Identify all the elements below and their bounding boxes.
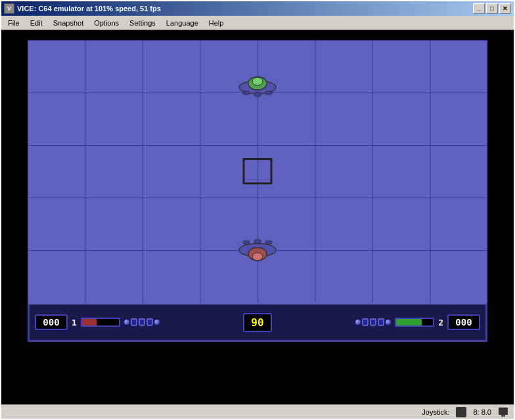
svg-rect-13 [501, 415, 505, 417]
player1-health-fill [82, 319, 97, 326]
joystick-label: Joystick: [422, 408, 449, 416]
shield-5 [370, 318, 376, 326]
svg-rect-4 [265, 91, 272, 94]
player2-health-bar [395, 318, 434, 327]
joystick-icon [456, 407, 466, 417]
game-area [28, 40, 487, 303]
player1-score: 000 [35, 314, 68, 330]
shield-4 [362, 318, 369, 326]
shield-2 [139, 318, 145, 326]
window-title: VICE: C64 emulator at 101% speed, 51 fps [17, 5, 161, 12]
orb-2 [154, 320, 160, 325]
player2-num: 2 [438, 318, 443, 327]
hud-player1: 000 1 [35, 314, 160, 330]
game-screen: 000 1 90 [28, 40, 487, 355]
hud-bar: 000 1 90 [28, 303, 487, 342]
menu-options[interactable]: Options [89, 18, 124, 28]
svg-point-11 [252, 253, 263, 261]
shield-3 [146, 318, 153, 326]
player2-shields [355, 318, 391, 326]
menu-language[interactable]: Language [161, 18, 204, 28]
menu-file[interactable]: File [3, 18, 25, 28]
orb-3 [355, 320, 361, 325]
titlebar-controls: _ □ ✕ [473, 3, 511, 14]
svg-point-2 [252, 77, 263, 85]
content-area: 000 1 90 [1, 30, 514, 404]
player2-score: 000 [447, 314, 480, 330]
menu-help[interactable]: Help [204, 18, 229, 28]
titlebar: V VICE: C64 emulator at 101% speed, 51 f… [1, 1, 514, 16]
player2-health-fill [396, 319, 422, 326]
menubar: File Edit Snapshot Options Settings Lang… [1, 16, 514, 30]
shield-6 [378, 318, 384, 326]
menu-settings[interactable]: Settings [124, 18, 161, 28]
monitor-icon [498, 407, 508, 417]
player1-health-bar [81, 318, 120, 327]
player-ship [238, 237, 277, 270]
hud-player2: 2 000 [355, 314, 480, 330]
titlebar-left: V VICE: C64 emulator at 101% speed, 51 f… [4, 3, 161, 14]
player1-shields [124, 318, 160, 326]
enemy-ship [238, 66, 277, 99]
shield-1 [131, 318, 137, 326]
svg-rect-6 [243, 241, 250, 244]
coordinates-text: 8: 8.0 [473, 408, 491, 416]
menu-edit[interactable]: Edit [25, 18, 48, 28]
statusbar: Joystick: 8: 8.0 [1, 404, 514, 419]
app-icon: V [4, 3, 14, 14]
center-square [243, 158, 273, 184]
app-window: V VICE: C64 emulator at 101% speed, 51 f… [0, 0, 515, 420]
svg-rect-7 [265, 241, 272, 244]
orb-4 [386, 320, 391, 325]
orb-1 [124, 320, 129, 325]
svg-rect-8 [254, 240, 261, 243]
player1-num: 1 [72, 318, 77, 327]
minimize-button[interactable]: _ [473, 3, 485, 14]
hud-center: 90 [243, 313, 271, 332]
close-button[interactable]: ✕ [499, 3, 511, 14]
center-score: 90 [243, 313, 271, 332]
maximize-button[interactable]: □ [486, 3, 498, 14]
menu-snapshot[interactable]: Snapshot [48, 18, 89, 28]
svg-rect-5 [254, 93, 261, 96]
svg-rect-12 [499, 408, 508, 415]
svg-rect-3 [243, 91, 250, 94]
